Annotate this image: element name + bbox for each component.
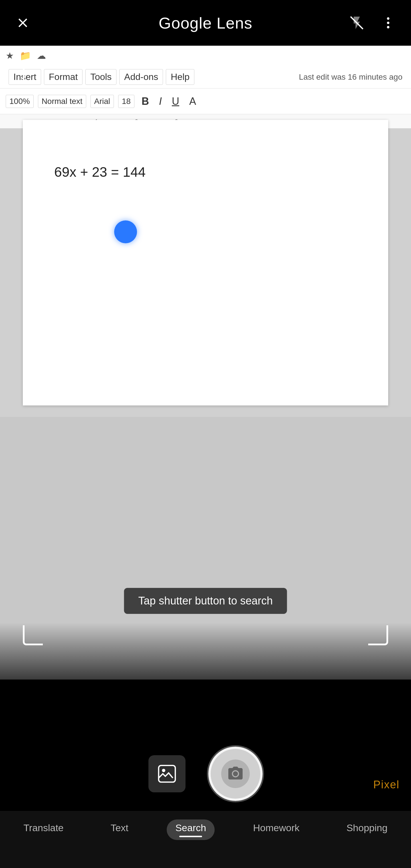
- shutter-button[interactable]: [208, 747, 262, 801]
- svg-point-1: [387, 18, 389, 20]
- tab-homework[interactable]: Homework: [245, 819, 308, 836]
- tab-bar: Translate Text Search Homework Shopping: [0, 811, 411, 868]
- shutter-inner: [221, 760, 250, 788]
- viewfinder-frame: [23, 63, 388, 645]
- svg-point-12: [162, 769, 165, 772]
- corner-tr: [368, 63, 388, 83]
- corner-br: [368, 625, 388, 645]
- corner-tl: [23, 63, 43, 83]
- svg-point-13: [233, 771, 238, 776]
- more-options-button[interactable]: [377, 11, 400, 34]
- tab-shopping[interactable]: Shopping: [338, 819, 396, 836]
- tab-translate[interactable]: Translate: [15, 819, 72, 836]
- viewfinder-overlay: [0, 46, 411, 680]
- svg-point-3: [387, 26, 389, 29]
- tab-search[interactable]: Search: [167, 819, 215, 840]
- app-title: Google Lens: [159, 14, 253, 32]
- svg-point-2: [387, 22, 389, 24]
- google-text: Google: [159, 14, 212, 32]
- lens-text: Lens: [217, 14, 252, 32]
- gallery-button[interactable]: [149, 755, 186, 792]
- lens-header: Google Lens: [0, 0, 411, 46]
- camera-viewfinder[interactable]: ★ 📁 ☁ Insert Format Tools Add-ons Help L…: [0, 46, 411, 680]
- flash-button[interactable]: [345, 11, 368, 34]
- bottom-controls: [0, 737, 411, 811]
- tab-active-indicator: [179, 836, 202, 837]
- tap-hint: Tap shutter button to search: [124, 588, 287, 614]
- tab-text[interactable]: Text: [102, 819, 137, 836]
- close-button[interactable]: [11, 11, 34, 34]
- corner-bl: [23, 625, 43, 645]
